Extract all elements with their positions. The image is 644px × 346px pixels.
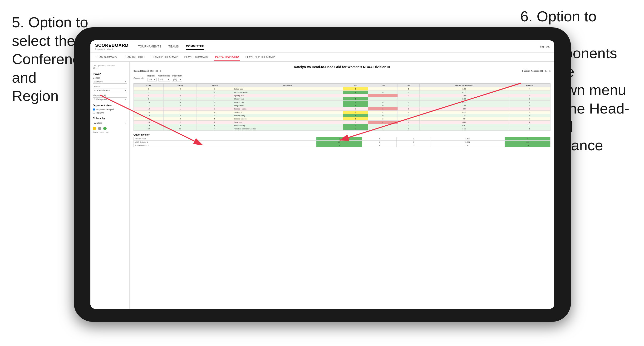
th-diff: Diff Av Strokes/Rnd [420, 84, 509, 87]
player-section-title: Player [93, 72, 127, 75]
th-tie: Tie [398, 84, 420, 87]
th-conf: # Conf [196, 84, 233, 87]
table-row: 6 3 3 Sydney Kuo 0 1 0 -1.00 3 [134, 94, 550, 97]
tab-team-summary[interactable]: TEAM SUMMARY [95, 54, 118, 60]
table-row: 5 2 2 Alexis Sudjianto 1 0 0 4.00 3 [134, 91, 550, 94]
main-content: Last Updated: 27/03/2024 14:44 Player Ge… [90, 62, 554, 309]
out-of-division-title: Out of division [134, 134, 550, 136]
colour-select-wrapper[interactable]: Win/loss [93, 121, 127, 125]
logo-area: SCOREBOARD Powered by clippd [95, 43, 128, 50]
logo-subtitle: Powered by clippd [95, 48, 128, 50]
nav-tab-teams[interactable]: TEAMS [168, 44, 179, 49]
colour-section: Colour by Win/loss Down Level [93, 117, 127, 133]
out-of-division-row: NCAA Division 2 5 0 0 7.400 10 [134, 144, 550, 147]
main-table-wrap: # Div # Reg # Conf Opponent Win Loss Tie… [134, 83, 550, 131]
division-select-wrapper[interactable]: NCAA Division III NCAA Division I NCAA D… [93, 89, 127, 92]
tablet-screen: SCOREBOARD Powered by clippd TOURNAMENTS… [90, 40, 554, 309]
conference-label: Conference [158, 75, 170, 77]
region-select[interactable]: (All) [148, 78, 156, 81]
out-of-division-row: Foreign Team 1 0 0 4.500 2 [134, 137, 550, 141]
table-row: 16 3 5 Jessica Mason 1 2 0 -0.94 7 [134, 117, 550, 121]
th-reg: # Reg [164, 84, 196, 87]
filter-opponent: Opponent (All) [172, 75, 182, 81]
tab-team-h2h-heatmap[interactable]: TEAM H2H HEATMAP [150, 54, 179, 60]
dot-down [93, 127, 96, 130]
out-of-division-row: NAIA Division 1 15 0 0 9.267 30 [134, 141, 550, 144]
region-label: Region [148, 75, 156, 77]
opponents-label: Opponents: [134, 77, 145, 79]
out-of-division-table-wrap: Foreign Team 1 0 0 4.500 2 NAIA Division… [134, 137, 550, 147]
th-opponent: Opponent [233, 84, 343, 87]
dot-up [103, 127, 106, 130]
secondary-nav: TEAM SUMMARY TEAM H2H GRID TEAM H2H HEAT… [90, 53, 554, 62]
radio-top-100[interactable]: Top 100 [93, 112, 127, 114]
division-label: Division [93, 85, 127, 88]
tab-player-h2h-grid[interactable]: PLAYER H2H GRID [214, 53, 240, 61]
division-record: Division Record: 331 - 34 - 6 [522, 70, 550, 72]
last-updated: Last Updated: 27/03/2024 14:44 [93, 65, 127, 70]
th-win: Win [343, 84, 368, 87]
table-row: 11 2 5 Heejo Hyun 1 0 0 3.33 3 [134, 104, 550, 107]
colour-labels: Down Level Up [93, 131, 127, 133]
report-title: Katelyn Vo Head-to-Head Grid for Women's… [134, 65, 550, 69]
top-nav: TOURNAMENTS TEAMS COMMITTEE [138, 43, 204, 50]
colour-dots [93, 127, 127, 130]
tab-player-summary[interactable]: PLAYER SUMMARY [184, 54, 210, 60]
out-of-division-table: Foreign Team 1 0 0 4.500 2 NAIA Division… [134, 137, 550, 147]
table-row: 18 2 2 Euna Lee 0 2 0 -5.00 2 [134, 121, 550, 124]
th-div: # Div [134, 84, 164, 87]
radio-opponents-played[interactable]: Opponents Played [93, 108, 127, 111]
opponent-label: Opponent [172, 75, 182, 77]
th-rounds: Rounds [509, 84, 550, 87]
overall-record: Overall Record: 353 - 34 - 6 [134, 70, 161, 72]
colour-label: Colour by [93, 117, 127, 120]
table-row: 10 6 3 Andrea York 2 0 0 4.00 4 [134, 101, 550, 104]
opponent-view-section: Opponent view Opponents Played Top 100 [93, 104, 127, 114]
th-loss: Loss [368, 84, 398, 87]
table-row: 13 1 1 Jessica Huang 0 1 0 -3.00 2 [134, 107, 550, 111]
conference-select[interactable]: (All) [158, 78, 170, 81]
nav-tab-tournaments[interactable]: TOURNAMENTS [138, 44, 161, 49]
left-panel: Last Updated: 27/03/2024 14:44 Player Ge… [90, 62, 130, 309]
colour-select[interactable]: Win/loss [93, 121, 127, 125]
sign-out-button[interactable]: Sign out [540, 45, 550, 48]
table-row: 20 11 7 Federica Domecq Lacroze 2 1 0 1.… [134, 127, 550, 131]
gender-label: Gender [93, 77, 127, 79]
tab-team-h2h-grid[interactable]: TEAM H2H GRID [123, 54, 146, 60]
table-row: 3 3 1 Esther Lee 1 1 1.50 4 [134, 87, 550, 91]
tab-player-h2h-heatmap[interactable]: PLAYER H2H HEATMAP [244, 54, 276, 60]
data-panel: Katelyn Vo Head-to-Head Grid for Women's… [130, 62, 554, 309]
nav-tab-committee[interactable]: COMMITTEE [186, 43, 204, 50]
gender-select-wrapper[interactable]: Women's Men's [93, 80, 127, 84]
filters-row: Opponents: Region (All) Conference [134, 75, 550, 81]
app-header: SCOREBOARD Powered by clippd TOURNAMENTS… [90, 40, 554, 53]
logo-text: SCOREBOARD [95, 43, 128, 48]
player-rank-select[interactable]: 8. Katelyn Vo [93, 97, 127, 101]
gender-select[interactable]: Women's Men's [93, 80, 127, 84]
dot-level [98, 127, 101, 130]
table-row: 9 1 4 Sharon Mun 1 3.67 3 [134, 97, 550, 101]
table-row: 19 6 6 Emily Chang 4 1 0 0.30 11 [134, 124, 550, 127]
player-rank-label: Player (Rank) [93, 94, 127, 97]
opponent-view-title: Opponent view [93, 104, 127, 107]
main-table: # Div # Reg # Conf Opponent Win Loss Tie… [134, 83, 550, 131]
table-header-row: # Div # Reg # Conf Opponent Win Loss Tie… [134, 84, 550, 87]
table-row: 15 8 5 Stella Cheng 1 0 0 1.25 4 [134, 114, 550, 117]
player-rank-select-wrapper[interactable]: 8. Katelyn Vo [93, 97, 127, 101]
opponent-select[interactable]: (All) [172, 78, 182, 81]
filter-region: Region (All) [148, 75, 156, 81]
filter-conference: Conference (All) [158, 75, 170, 81]
table-row: 14 7 4 Eunice Yi 2 2 0 0.38 9 [134, 111, 550, 114]
tablet-device: SCOREBOARD Powered by clippd TOURNAMENTS… [74, 27, 571, 322]
division-select[interactable]: NCAA Division III NCAA Division I NCAA D… [93, 89, 127, 92]
records-row: Overall Record: 353 - 34 - 6 Division Re… [134, 70, 550, 72]
